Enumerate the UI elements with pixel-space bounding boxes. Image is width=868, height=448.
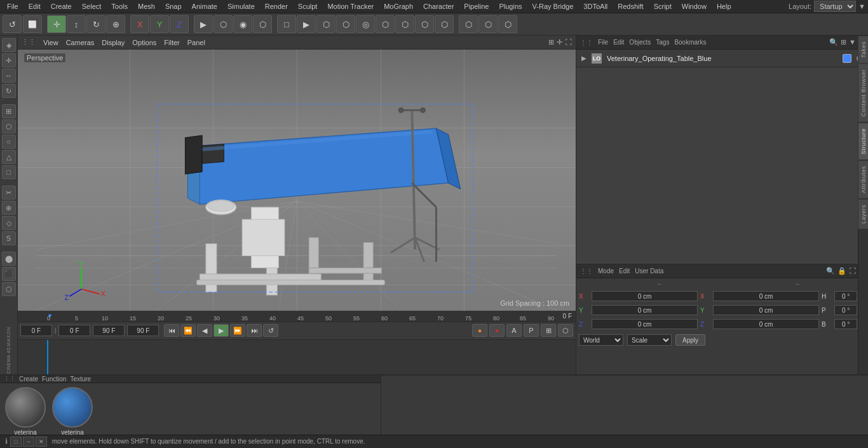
btn-prev-frame[interactable]: ⏪ — [180, 324, 196, 337]
btn-record[interactable]: ● — [489, 324, 505, 337]
obj-collapse-icon[interactable]: ▼ — [849, 38, 856, 46]
menu-mograph[interactable]: MoGraph — [379, 1, 417, 11]
toolbar-scene[interactable]: ⬡ — [395, 15, 414, 33]
menu-redshift[interactable]: Redshift — [613, 1, 648, 11]
vtab-attributes[interactable]: Attributes — [858, 160, 869, 199]
material-item-1[interactable]: veterina — [52, 387, 93, 436]
btn-goto-start[interactable]: ⏮ — [164, 324, 179, 337]
attr-lock-icon[interactable]: 🔒 — [837, 267, 846, 275]
toolbar-sketch[interactable]: ⬡ — [498, 15, 517, 33]
layout-arrow[interactable]: ▼ — [858, 3, 865, 10]
toolbar-material[interactable]: ⬡ — [415, 15, 434, 33]
object-color-dot[interactable] — [843, 54, 851, 63]
lp-mode1[interactable]: ⬛ — [2, 267, 16, 281]
toolbar-axis-x[interactable]: X — [130, 15, 149, 33]
toolbar-deform[interactable]: ⬡ — [336, 15, 355, 33]
lp-knife[interactable]: ✂ — [2, 186, 16, 200]
menu-3dtoall[interactable]: 3DToAll — [579, 1, 612, 11]
menu-select[interactable]: Select — [78, 1, 106, 11]
status-btn-square[interactable]: □ — [10, 437, 22, 447]
obj-search-icon[interactable]: 🔍 — [829, 38, 838, 46]
toolbar-axis-z[interactable]: Z — [170, 15, 189, 33]
btn-preview[interactable]: P — [524, 324, 539, 337]
scale-dropdown[interactable]: Scale — [627, 334, 672, 346]
toolbar-move[interactable]: ↕ — [67, 15, 86, 33]
vp-menu-options[interactable]: Options — [132, 39, 156, 46]
obj-objects-btn[interactable]: Objects — [629, 39, 651, 46]
vp-menu-filter[interactable]: Filter — [164, 39, 179, 46]
menu-mesh[interactable]: Mesh — [133, 1, 159, 11]
lp-bevel[interactable]: ◇ — [2, 216, 16, 230]
apply-button[interactable]: Apply — [675, 334, 705, 346]
menu-create[interactable]: Create — [46, 1, 76, 11]
attr-pos-z[interactable] — [592, 319, 698, 329]
menu-character[interactable]: Character — [419, 1, 458, 11]
obj-file-btn[interactable]: File — [598, 39, 608, 46]
attr-expand-icon[interactable]: ⛶ — [849, 267, 856, 275]
attr-edit-btn[interactable]: Edit — [619, 268, 630, 275]
vp-fullscreen-icon[interactable]: ⛶ — [565, 38, 572, 46]
menu-help[interactable]: Help — [712, 1, 736, 11]
end-frame-input-2[interactable] — [127, 325, 159, 336]
btn-timeline-grid[interactable]: ⊞ — [541, 324, 556, 337]
toolbar-undo[interactable]: ↺ — [3, 15, 22, 33]
status-btn-min[interactable]: − — [23, 437, 34, 447]
lp-tool3[interactable]: ○ — [2, 135, 16, 149]
menu-snap[interactable]: Snap — [161, 1, 186, 11]
timeline-ruler[interactable]: ▼ 0 5 10 15 20 25 30 35 40 45 50 55 60 6… — [18, 311, 576, 322]
vp-move-icon[interactable]: ✛ — [557, 38, 562, 46]
menu-script[interactable]: Script — [649, 1, 676, 11]
lp-snap[interactable]: ⬤ — [2, 252, 16, 266]
vp-menu-panel[interactable]: Panel — [187, 39, 205, 46]
toolbar-tag[interactable]: ⬡ — [459, 15, 478, 33]
btn-play-back[interactable]: ◀ — [197, 324, 212, 337]
toolbar-render-view[interactable]: ⬡ — [214, 15, 233, 33]
lp-move[interactable]: ✛ — [2, 53, 16, 67]
object-row[interactable]: ▶ LO Veterinary_Operating_Table_Blue — [576, 50, 868, 67]
menu-pipeline[interactable]: Pipeline — [459, 1, 493, 11]
viewport-3d[interactable]: Y X Z Perspective Grid Spacing : 100 cm — [18, 50, 576, 310]
attr-userdata-btn[interactable]: User Data — [635, 268, 663, 275]
attr-size-y[interactable] — [713, 305, 819, 315]
material-swatch-blue[interactable] — [52, 387, 93, 428]
obj-expand-arrow[interactable]: ▶ — [581, 55, 587, 62]
vtab-takes[interactable]: Takes — [858, 36, 869, 64]
btn-play-fwd[interactable]: ▶ — [214, 324, 229, 337]
start-frame-input[interactable] — [58, 325, 90, 336]
attr-rot-b[interactable] — [834, 319, 857, 329]
vtab-content-browser[interactable]: Content Browser — [858, 64, 869, 123]
menu-tools[interactable]: Tools — [107, 1, 132, 11]
menu-vray[interactable]: V-Ray Bridge — [528, 1, 578, 11]
current-frame-input[interactable] — [20, 325, 52, 336]
vp-expand-icon[interactable]: ⊞ — [548, 38, 554, 46]
vp-menu-cameras[interactable]: Cameras — [66, 39, 95, 46]
lp-bridge[interactable]: S — [2, 231, 16, 245]
menu-file[interactable]: File — [3, 1, 23, 11]
menu-window[interactable]: Window — [677, 1, 711, 11]
obj-edit-btn[interactable]: Edit — [613, 39, 624, 46]
toolbar-cube[interactable]: □ — [277, 15, 296, 33]
timeline-tracks[interactable] — [18, 340, 576, 374]
lp-extrude[interactable]: ⊕ — [2, 201, 16, 215]
menu-motion-tracker[interactable]: Motion Tracker — [323, 1, 378, 11]
toolbar-camera[interactable]: ◎ — [356, 15, 375, 33]
btn-add-keyframe[interactable]: ● — [472, 324, 487, 337]
obj-tags-btn[interactable]: Tags — [656, 39, 669, 46]
mat-texture-btn[interactable]: Texture — [70, 376, 91, 383]
menu-simulate[interactable]: Simulate — [223, 1, 259, 11]
lp-scale[interactable]: ↔ — [2, 69, 16, 83]
toolbar-spline[interactable]: ▶ — [297, 15, 316, 33]
world-dropdown[interactable]: World — [579, 334, 623, 346]
attr-pos-x[interactable] — [592, 291, 698, 301]
btn-next-frame[interactable]: ⏩ — [230, 324, 245, 337]
lp-tool1[interactable]: ⊞ — [2, 104, 16, 118]
mat-function-btn[interactable]: Function — [42, 376, 66, 383]
attr-size-z[interactable] — [713, 319, 819, 329]
toolbar-render-region[interactable]: ▶ — [194, 15, 213, 33]
layout-select[interactable]: Startup — [814, 1, 856, 12]
lp-mode2[interactable]: ⬡ — [2, 282, 16, 296]
btn-timeline-options[interactable]: ⬡ — [558, 324, 573, 337]
btn-auto-keying[interactable]: A — [506, 324, 522, 337]
toolbar-select-mode[interactable]: ✛ — [47, 15, 66, 33]
end-frame-input-1[interactable] — [93, 325, 125, 336]
